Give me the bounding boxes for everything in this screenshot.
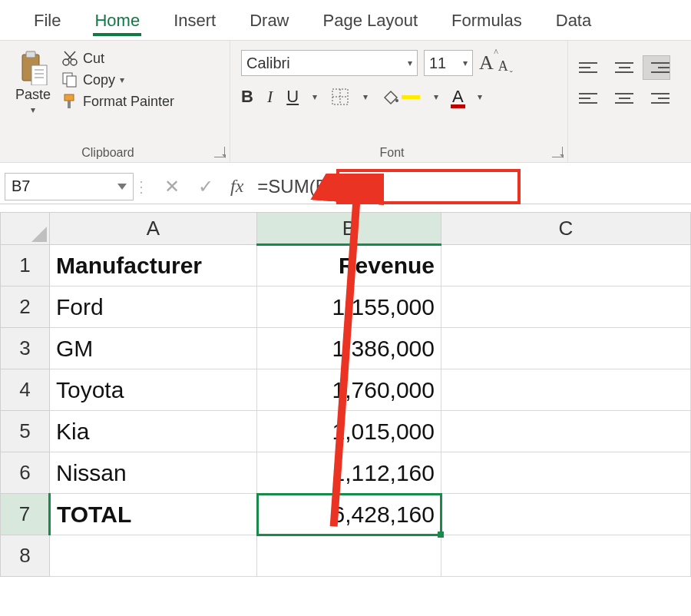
- cell[interactable]: Manufacturer: [50, 245, 257, 286]
- cell[interactable]: [441, 245, 691, 286]
- decrease-font-button[interactable]: A: [498, 58, 508, 75]
- paste-label: Paste: [15, 87, 51, 103]
- cell[interactable]: Revenue: [257, 245, 441, 286]
- align-middle-button[interactable]: [611, 56, 637, 79]
- row-header[interactable]: 3: [1, 328, 50, 369]
- row-header[interactable]: 1: [1, 245, 50, 286]
- cut-button[interactable]: Cut: [61, 50, 174, 67]
- cell[interactable]: TOTAL: [50, 494, 257, 535]
- bucket-icon: [382, 88, 400, 105]
- name-box-value: B7: [12, 177, 30, 195]
- chevron-down-icon[interactable]: ▾: [363, 91, 368, 102]
- cell[interactable]: [441, 535, 691, 577]
- format-painter-label: Format Painter: [83, 94, 174, 110]
- row-header[interactable]: 8: [1, 535, 50, 577]
- align-top-button[interactable]: [579, 56, 605, 79]
- font-name-select[interactable]: Calibri▾: [241, 50, 418, 76]
- cell[interactable]: 1,112,160: [257, 452, 441, 494]
- tab-draw[interactable]: Draw: [237, 3, 301, 40]
- align-right-button[interactable]: [643, 87, 670, 110]
- fx-icon[interactable]: fx: [230, 176, 243, 197]
- cell[interactable]: [50, 535, 257, 577]
- tab-home[interactable]: Home: [82, 3, 152, 40]
- row-header[interactable]: 5: [1, 411, 50, 452]
- col-header-c[interactable]: C: [441, 213, 691, 245]
- svg-rect-11: [67, 76, 76, 87]
- group-label-clipboard: Clipboard: [0, 146, 216, 160]
- cell[interactable]: [441, 286, 691, 328]
- select-all-corner[interactable]: [1, 213, 50, 245]
- cell[interactable]: [441, 328, 691, 369]
- dialog-launcher-icon[interactable]: [214, 147, 225, 157]
- format-painter-button[interactable]: Format Painter: [61, 93, 174, 110]
- chevron-down-icon[interactable]: ▾: [312, 91, 317, 102]
- align-center-button[interactable]: [611, 87, 637, 110]
- group-clipboard: Paste ▾ Cut Copy ▾ Format Painter Clipbo…: [0, 41, 230, 162]
- fill-color-button[interactable]: [382, 88, 420, 105]
- chevron-down-icon: ▾: [463, 58, 468, 68]
- tab-formulas[interactable]: Formulas: [439, 3, 534, 40]
- italic-button[interactable]: I: [267, 87, 273, 107]
- tab-data[interactable]: Data: [544, 3, 603, 40]
- grid[interactable]: A B C 1 Manufacturer Revenue 2 Ford 1,15…: [0, 212, 691, 577]
- copy-button[interactable]: Copy ▾: [61, 71, 174, 88]
- svg-rect-13: [68, 101, 71, 108]
- row-header[interactable]: 4: [1, 369, 50, 411]
- cancel-icon[interactable]: ✕: [164, 176, 180, 197]
- underline-button[interactable]: U: [286, 87, 299, 107]
- cell-selected[interactable]: 6,428,160: [257, 494, 441, 535]
- row-header[interactable]: 2: [1, 286, 50, 328]
- cell[interactable]: Kia: [50, 411, 257, 452]
- font-size-value: 11: [429, 55, 446, 72]
- align-bottom-button[interactable]: [643, 56, 670, 79]
- copy-icon: [61, 71, 78, 88]
- bold-button[interactable]: B: [241, 87, 253, 107]
- font-color-button[interactable]: A: [452, 87, 464, 107]
- chevron-down-icon: [117, 184, 127, 190]
- increase-font-button[interactable]: A: [479, 51, 494, 75]
- chevron-down-icon[interactable]: ▾: [434, 91, 438, 102]
- align-left-button[interactable]: [579, 87, 605, 110]
- cell[interactable]: [441, 494, 691, 535]
- cell[interactable]: [441, 452, 691, 494]
- font-size-select[interactable]: 11▾: [424, 50, 473, 76]
- tab-file[interactable]: File: [21, 3, 73, 40]
- col-header-a[interactable]: A: [50, 213, 257, 245]
- dialog-launcher-icon[interactable]: [552, 147, 563, 157]
- chevron-down-icon[interactable]: ▾: [478, 91, 482, 102]
- cell[interactable]: 1,386,000: [257, 328, 441, 369]
- group-label-font: Font: [230, 146, 554, 160]
- font-name-value: Calibri: [246, 55, 290, 72]
- col-header-b[interactable]: B: [257, 213, 441, 245]
- cell[interactable]: [441, 411, 691, 452]
- cell[interactable]: [257, 535, 441, 577]
- tab-page-layout[interactable]: Page Layout: [311, 3, 431, 40]
- svg-point-17: [395, 99, 398, 102]
- formula-input[interactable]: [251, 173, 691, 200]
- cell[interactable]: Toyota: [50, 369, 257, 411]
- group-alignment: [568, 41, 691, 162]
- cell[interactable]: 1,015,000: [257, 411, 441, 452]
- paintbrush-icon: [61, 93, 78, 110]
- svg-rect-12: [64, 94, 74, 101]
- row-header[interactable]: 6: [1, 452, 50, 494]
- enter-icon[interactable]: ✓: [198, 176, 213, 197]
- tab-insert[interactable]: Insert: [161, 3, 228, 40]
- cell[interactable]: 1,760,000: [257, 369, 441, 411]
- group-font: Calibri▾ 11▾ A A B I U▾ ▾ ▾ A▾: [230, 41, 568, 162]
- borders-button[interactable]: [331, 88, 349, 106]
- cell[interactable]: 1,155,000: [257, 286, 441, 328]
- clipboard-paste-icon: [18, 50, 48, 85]
- name-box[interactable]: B7: [5, 173, 134, 200]
- drag-handle-icon[interactable]: ⋮: [134, 177, 147, 196]
- cell[interactable]: GM: [50, 328, 257, 369]
- cell[interactable]: Nissan: [50, 452, 257, 494]
- svg-rect-2: [31, 65, 47, 85]
- paste-button[interactable]: Paste ▾: [11, 45, 55, 115]
- cell[interactable]: Ford: [50, 286, 257, 328]
- svg-rect-1: [26, 51, 35, 58]
- row-header[interactable]: 7: [1, 494, 50, 535]
- chevron-down-icon: ▾: [408, 58, 412, 68]
- cell[interactable]: [441, 369, 691, 411]
- chevron-down-icon: ▾: [120, 75, 124, 85]
